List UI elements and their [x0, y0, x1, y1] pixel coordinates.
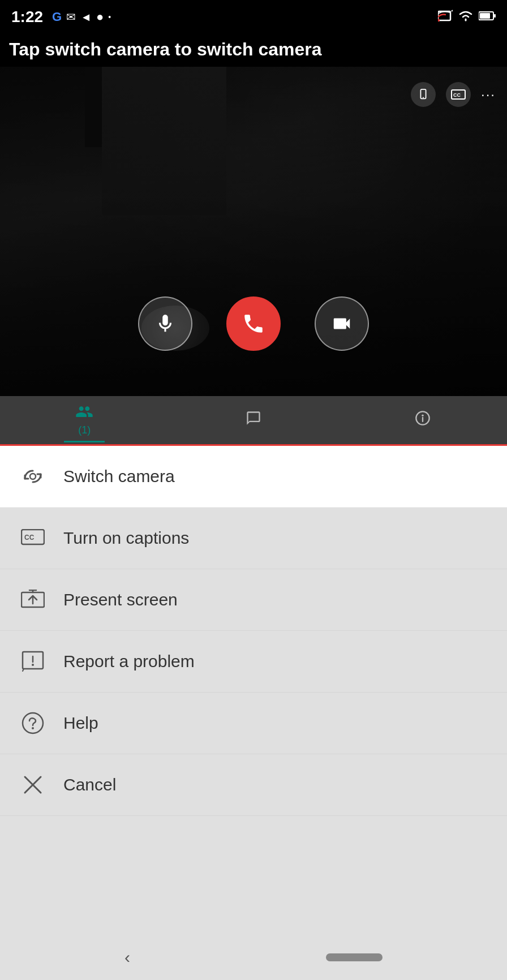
captions-label: Turn on captions — [63, 528, 189, 548]
status-bar: 1:22 G ✉ ◄ ● • — [0, 0, 507, 34]
report-problem-icon — [18, 647, 48, 676]
help-icon — [18, 708, 48, 738]
info-icon — [414, 410, 432, 430]
svg-point-17 — [32, 664, 34, 666]
nav-back-button[interactable]: ‹ — [124, 948, 130, 967]
menu-item-report-problem[interactable]: Report a problem — [0, 631, 507, 693]
video-top-icons: CC ··· — [411, 82, 496, 107]
camera-toggle-button[interactable] — [315, 296, 369, 351]
battery-icon — [479, 10, 496, 24]
cancel-label: Cancel — [63, 775, 116, 794]
svg-point-12 — [30, 474, 36, 479]
menu-item-present-screen[interactable]: Present screen — [0, 569, 507, 631]
end-call-button[interactable] — [226, 296, 281, 351]
call-controls — [0, 296, 507, 351]
svg-rect-3 — [480, 13, 490, 19]
people-icon — [75, 402, 93, 422]
svg-text:CC: CC — [453, 92, 461, 98]
switch-camera-label: Switch camera — [63, 467, 175, 486]
cast-icon — [438, 9, 453, 25]
status-time: 1:22 — [11, 8, 43, 26]
present-screen-icon — [18, 585, 48, 614]
tab-people[interactable]: (1) — [64, 398, 105, 442]
wifi-icon — [458, 9, 473, 25]
people-count-badge: (1) — [78, 424, 91, 436]
circle-icon: ● — [96, 10, 104, 24]
present-screen-label: Present screen — [63, 590, 178, 609]
help-label: Help — [63, 713, 98, 733]
meet-tab-bar: (1) — [0, 396, 507, 446]
cancel-icon — [18, 770, 48, 800]
svg-rect-4 — [494, 14, 496, 18]
bottom-nav: ‹ — [0, 935, 507, 980]
svg-point-6 — [423, 97, 424, 98]
instruction-title-bar: Tap switch camera to switch camera — [0, 34, 507, 67]
svg-text:CC: CC — [24, 534, 35, 541]
switch-camera-icon — [18, 462, 48, 491]
status-icons: G ✉ ◄ ● • — [52, 10, 111, 24]
chat-icon — [244, 410, 263, 430]
menu-item-help[interactable]: Help — [0, 693, 507, 754]
more-options-icon[interactable]: ··· — [481, 87, 496, 102]
menu-item-cancel[interactable]: Cancel — [0, 754, 507, 816]
report-problem-label: Report a problem — [63, 652, 195, 671]
google-icon: G — [52, 10, 62, 24]
menu-overlay: Switch camera CC Turn on captions Presen… — [0, 446, 507, 980]
phone-rotate-icon[interactable] — [411, 82, 436, 107]
svg-point-1 — [438, 19, 440, 22]
gmail-icon: ✉ — [66, 10, 76, 24]
nav-home-pill[interactable] — [326, 953, 383, 961]
instruction-title-text: Tap switch camera to switch camera — [9, 38, 498, 60]
captions-icon: CC — [18, 523, 48, 553]
mute-button[interactable] — [138, 296, 192, 351]
dot-icon: • — [108, 12, 111, 22]
tab-info[interactable] — [402, 406, 443, 435]
menu-item-switch-camera[interactable]: Switch camera — [0, 446, 507, 508]
menu-item-captions[interactable]: CC Turn on captions — [0, 508, 507, 569]
status-right-icons — [438, 9, 496, 25]
back-icon: ◄ — [80, 11, 92, 24]
cc-icon[interactable]: CC — [446, 82, 471, 107]
svg-point-19 — [32, 727, 34, 729]
tab-chat[interactable] — [233, 406, 274, 435]
